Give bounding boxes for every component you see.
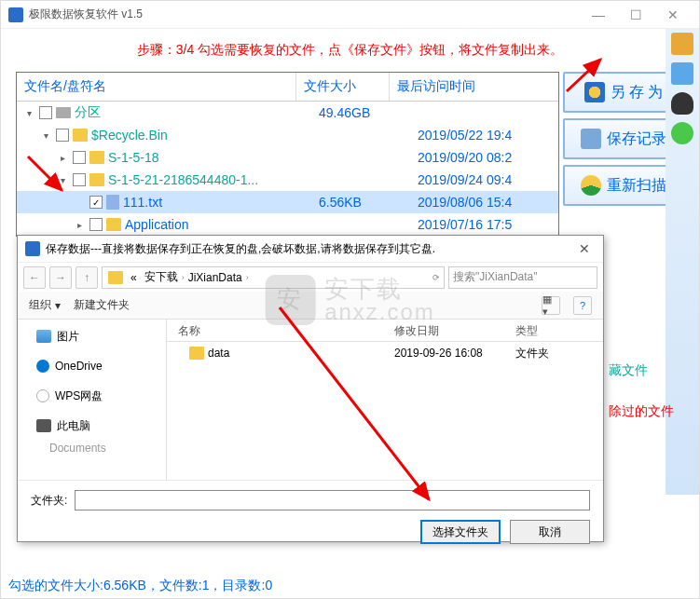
col-name[interactable]: 文件名/盘符名 (17, 73, 296, 101)
tool-icon-2[interactable] (671, 62, 693, 85)
titlebar: 极限数据恢复软件 v1.5 — ☐ ✕ (1, 1, 699, 29)
row-date: 2019/05/22 19:4 (418, 128, 512, 143)
refresh-icon (581, 175, 601, 196)
hidden-files-text: 藏文件 (609, 362, 648, 379)
dialog-footer: 文件夹: 选择文件夹 取消 (18, 480, 603, 553)
maximize-button[interactable]: ☐ (617, 2, 654, 28)
checkbox[interactable] (89, 196, 103, 209)
row-label: S-1-5-21-2186544480-1... (108, 172, 258, 187)
list-item[interactable]: data 2019-09-26 16:08 文件夹 (167, 342, 603, 364)
drive-icon (56, 107, 71, 118)
tree-pictures[interactable]: 图片 (25, 325, 158, 347)
wps-icon (36, 389, 49, 402)
checkbox[interactable] (73, 173, 86, 186)
breadcrumb[interactable]: « 安下载› JiXianData› ⟳ (102, 266, 445, 289)
table-row[interactable]: ▸S-1-5-182019/09/20 08:2 (17, 146, 558, 169)
expander-icon[interactable]: ▾ (39, 130, 52, 141)
row-label: 111.txt (123, 195, 162, 210)
bc-seg-2[interactable]: JiXianData (185, 271, 246, 284)
tree-documents[interactable]: Documents (25, 437, 158, 459)
expander-icon[interactable]: ▸ (56, 153, 69, 163)
checkbox[interactable] (89, 218, 103, 231)
hdr-type[interactable]: 类型 (512, 320, 603, 341)
hdr-date[interactable]: 修改日期 (391, 320, 512, 341)
dialog-body: 图片 OneDrive WPS网盘 此电脑 Documents 名称 修改日期 … (18, 320, 603, 480)
folder-icon (106, 218, 121, 231)
dialog-toolbar: 组织 ▾ 新建文件夹 ▦ ▾ ? (18, 292, 603, 320)
expander-icon[interactable]: ▾ (22, 108, 35, 118)
pictures-icon (36, 330, 51, 343)
camera-icon (581, 129, 601, 149)
dialog-close-button[interactable]: ✕ (573, 241, 596, 256)
search-input[interactable]: 搜索"JiXianData" (448, 266, 597, 289)
folder-icon (89, 151, 104, 164)
table-row[interactable]: ▾$Recycle.Bin2019/05/22 19:4 (17, 124, 558, 146)
nav-up-button[interactable]: ↑ (75, 266, 98, 289)
expander-icon[interactable]: ▸ (73, 220, 86, 230)
onedrive-icon (36, 360, 49, 373)
dialog-icon (25, 241, 40, 256)
cancel-button[interactable]: 取消 (510, 520, 590, 544)
folder-input[interactable] (75, 490, 590, 511)
tree-thispc[interactable]: 此电脑 (25, 415, 158, 437)
col-date[interactable]: 最后访问时间 (390, 73, 558, 101)
app-icon (8, 7, 23, 22)
organize-button[interactable]: 组织 ▾ (29, 297, 61, 313)
folder-icon (108, 271, 123, 284)
close-button[interactable]: ✕ (654, 2, 692, 28)
table-row[interactable]: ▾S-1-5-21-2186544480-1...2019/09/24 09:4 (17, 169, 558, 191)
help-button[interactable]: ? (573, 296, 592, 315)
table-row[interactable]: 111.txt6.56KB2019/08/06 15:4 (17, 191, 558, 213)
qq-icon[interactable] (671, 92, 693, 115)
checkbox[interactable] (73, 151, 86, 164)
expander-icon[interactable]: ▾ (56, 175, 69, 185)
breadcrumb-dropdown[interactable]: ⟳ (432, 273, 440, 282)
table-row[interactable]: ▸Application2019/07/16 17:5 (17, 213, 558, 236)
step-instruction: 步骤：3/4 勾选需要恢复的文件，点《保存文件》按钮，将文件复制出来。 (1, 29, 699, 72)
dialog-list[interactable]: 名称 修改日期 类型 data 2019-09-26 16:08 文件夹 (167, 320, 603, 480)
bc-seg-0[interactable]: « (127, 271, 141, 284)
help-icon[interactable] (671, 122, 693, 144)
table-row[interactable]: ▾分区49.46GB (17, 102, 558, 124)
minimize-button[interactable]: — (580, 2, 617, 28)
row-label: 分区 (75, 104, 101, 121)
row-date: 2019/08/06 15:4 (418, 195, 512, 210)
deleted-files-text: 除过的文件 (609, 403, 674, 420)
dialog-button-row: 选择文件夹 取消 (31, 520, 590, 544)
row-date: 2019/07/16 17:5 (418, 217, 512, 232)
row-label: Application (125, 217, 189, 232)
dialog-titlebar: 保存数据---直接将数据保存到正在恢复的盘,会破坏数据,请将数据保存到其它盘. … (18, 236, 603, 262)
dialog-tree[interactable]: 图片 OneDrive WPS网盘 此电脑 Documents (18, 320, 167, 480)
nav-fwd-button[interactable]: → (49, 266, 72, 289)
view-options-button[interactable]: ▦ ▾ (542, 296, 560, 315)
tree-wps[interactable]: WPS网盘 (25, 385, 158, 407)
row-size: 49.46GB (319, 105, 370, 120)
file-header: 文件名/盘符名 文件大小 最后访问时间 (17, 73, 558, 102)
status-bar: 勾选的文件大小:6.56KB，文件数:1，目录数:0 (8, 578, 272, 594)
folder-icon (73, 129, 88, 142)
dialog-nav: ← → ↑ « 安下载› JiXianData› ⟳ 搜索"JiXianData… (18, 262, 603, 292)
row-date: 2019/09/20 08:2 (418, 150, 512, 165)
hdr-name[interactable]: 名称 (167, 320, 391, 341)
folder-input-row: 文件夹: (31, 490, 590, 511)
row-date: 2019/09/24 09:4 (418, 172, 512, 187)
rescan-label: 重新扫描 (607, 176, 666, 196)
pc-icon (36, 419, 51, 432)
list-header: 名称 修改日期 类型 (167, 320, 603, 342)
select-folder-button[interactable]: 选择文件夹 (420, 520, 501, 544)
new-folder-button[interactable]: 新建文件夹 (74, 297, 130, 313)
save-log-label: 保存记录 (607, 129, 666, 149)
nav-back-button[interactable]: ← (23, 266, 46, 289)
folder-icon (189, 347, 204, 360)
checkbox[interactable] (56, 129, 69, 142)
window-controls: — ☐ ✕ (580, 2, 692, 28)
star-icon (584, 82, 605, 102)
bc-seg-1[interactable]: 安下载 (141, 269, 182, 285)
tool-icon-1[interactable] (671, 33, 693, 55)
row-label: $Recycle.Bin (91, 128, 168, 143)
dialog-title: 保存数据---直接将数据保存到正在恢复的盘,会破坏数据,请将数据保存到其它盘. (46, 241, 435, 257)
tree-onedrive[interactable]: OneDrive (25, 355, 158, 377)
col-size[interactable]: 文件大小 (296, 73, 390, 101)
checkbox[interactable] (39, 106, 52, 119)
file-tree[interactable]: ▾分区49.46GB▾$Recycle.Bin2019/05/22 19:4▸S… (17, 102, 558, 236)
